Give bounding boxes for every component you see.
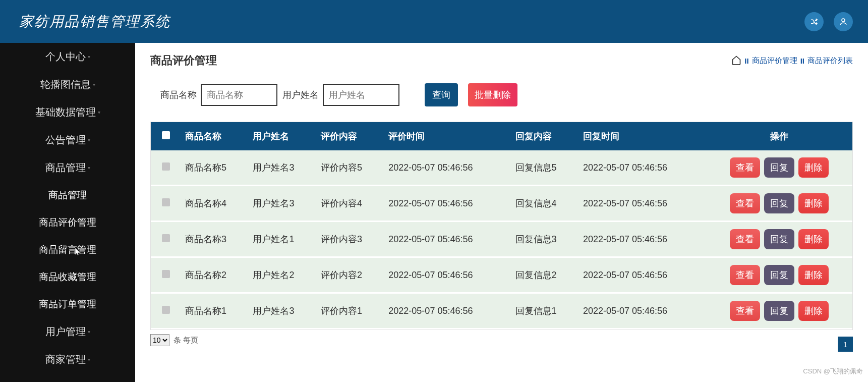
cell-reply-time: 2022-05-07 05:46:56 <box>579 186 706 222</box>
cell-reply-time: 2022-05-07 05:46:56 <box>579 293 706 329</box>
page-number[interactable]: 1 <box>838 337 853 352</box>
cell-reply: 回复信息5 <box>511 150 579 186</box>
header: 家纺用品销售管理系统 <box>0 0 868 43</box>
sidebar-item-label: 商品订单管理 <box>39 298 96 311</box>
th-user: 用户姓名 <box>249 122 316 150</box>
cell-user: 用户姓名1 <box>249 222 316 257</box>
cell-content: 评价内容2 <box>317 257 384 293</box>
sidebar-item-label: 商品评价管理 <box>39 216 96 229</box>
sidebar-item-8[interactable]: 商品收藏管理 <box>0 263 135 291</box>
delete-button[interactable]: 删除 <box>798 301 829 321</box>
reply-button[interactable]: 回复 <box>764 301 794 321</box>
reply-button[interactable]: 回复 <box>764 157 794 178</box>
th-action: 操作 <box>706 122 852 150</box>
cell-reply-time: 2022-05-07 05:46:56 <box>579 150 706 186</box>
delete-button[interactable]: 删除 <box>798 229 829 249</box>
view-button[interactable]: 查看 <box>730 265 760 285</box>
view-button[interactable]: 查看 <box>730 157 760 178</box>
home-icon[interactable] <box>731 55 741 67</box>
cell-content: 评价内容3 <box>317 222 384 257</box>
th-product: 商品名称 <box>181 122 249 150</box>
sidebar-item-0[interactable]: 个人中心▾ <box>0 43 135 71</box>
shuffle-icon[interactable] <box>804 12 824 31</box>
cell-content: 评价内容4 <box>317 186 384 222</box>
sidebar-item-label: 商品管理 <box>48 189 87 202</box>
view-button[interactable]: 查看 <box>730 193 760 213</box>
query-button[interactable]: 查询 <box>425 83 458 106</box>
reply-button[interactable]: 回复 <box>764 265 794 285</box>
sidebar-item-label: 轮播图信息 <box>40 78 91 91</box>
cell-product: 商品名称1 <box>181 293 249 329</box>
sidebar-item-11[interactable]: 商家管理▾ <box>0 346 135 373</box>
header-actions <box>804 12 853 31</box>
page-title: 商品评价管理 <box>150 53 217 68</box>
user-icon[interactable] <box>834 12 853 31</box>
cell-review-time: 2022-05-07 05:46:56 <box>384 293 511 329</box>
product-name-input[interactable] <box>201 84 277 106</box>
row-checkbox[interactable] <box>162 270 170 278</box>
row-checkbox[interactable] <box>162 234 170 242</box>
breadcrumb-sep: II <box>744 57 748 65</box>
cell-product: 商品名称4 <box>181 186 249 222</box>
th-review-time: 评价时间 <box>384 122 511 150</box>
row-checkbox[interactable] <box>162 306 170 314</box>
cursor-icon <box>75 247 82 258</box>
sidebar-item-10[interactable]: 用户管理▾ <box>0 318 135 346</box>
reply-button[interactable]: 回复 <box>764 193 794 213</box>
table-row: 商品名称3用户姓名1评价内容32022-05-07 05:46:56回复信息32… <box>151 222 852 257</box>
chevron-down-icon: ▾ <box>88 357 90 362</box>
row-checkbox[interactable] <box>162 198 170 206</box>
sidebar-item-9[interactable]: 商品订单管理 <box>0 291 135 318</box>
cell-content: 评价内容1 <box>317 293 384 329</box>
cell-review-time: 2022-05-07 05:46:56 <box>384 150 511 186</box>
chevron-down-icon: ▾ <box>88 165 90 171</box>
sidebar-item-label: 商品收藏管理 <box>39 270 96 284</box>
cell-product: 商品名称2 <box>181 257 249 293</box>
cell-reply: 回复信息3 <box>511 222 579 257</box>
th-reply-time: 回复时间 <box>579 122 706 150</box>
table-wrap: 商品名称 用户姓名 评价内容 评价时间 回复内容 回复时间 操作 商品名称5用户… <box>150 122 853 330</box>
cell-review-time: 2022-05-07 05:46:56 <box>384 222 511 257</box>
chevron-down-icon: ▾ <box>88 329 90 335</box>
sidebar-item-4[interactable]: 商品管理▾ <box>0 154 135 182</box>
table-row: 商品名称5用户姓名3评价内容52022-05-07 05:46:56回复信息52… <box>151 150 852 186</box>
sidebar-item-1[interactable]: 轮播图信息▾ <box>0 71 135 98</box>
delete-button[interactable]: 删除 <box>798 157 829 178</box>
table-row: 商品名称4用户姓名3评价内容42022-05-07 05:46:56回复信息42… <box>151 186 852 222</box>
cell-reply: 回复信息4 <box>511 186 579 222</box>
chevron-down-icon: ▾ <box>93 82 95 87</box>
table-header-row: 商品名称 用户姓名 评价内容 评价时间 回复内容 回复时间 操作 <box>151 122 852 150</box>
sidebar-item-label: 基础数据管理 <box>35 105 96 119</box>
sidebar-item-6[interactable]: 商品评价管理 <box>0 209 135 236</box>
select-all-checkbox[interactable] <box>162 131 170 139</box>
view-button[interactable]: 查看 <box>730 229 760 249</box>
sidebar-item-3[interactable]: 公告管理▾ <box>0 126 135 154</box>
sidebar-item-5[interactable]: 商品管理 <box>0 182 135 209</box>
sidebar-item-label: 商品管理 <box>45 161 86 175</box>
sidebar-item-label: 个人中心 <box>45 50 86 64</box>
cell-product: 商品名称5 <box>181 150 249 186</box>
breadcrumb-a[interactable]: 商品评价管理 <box>752 56 797 66</box>
delete-button[interactable]: 删除 <box>798 265 829 285</box>
page-head: 商品评价管理 II 商品评价管理 II 商品评价列表 <box>150 53 853 68</box>
table-row: 商品名称2用户姓名2评价内容22022-05-07 05:46:56回复信息22… <box>151 257 852 293</box>
sidebar-item-label: 商品留言管理 <box>39 243 96 256</box>
user-name-input[interactable] <box>323 84 399 106</box>
batch-delete-button[interactable]: 批量删除 <box>468 83 517 106</box>
view-button[interactable]: 查看 <box>730 301 760 321</box>
cell-user: 用户姓名3 <box>249 186 316 222</box>
sidebar-item-7[interactable]: 商品留言管理 <box>0 236 135 263</box>
sidebar-item-2[interactable]: 基础数据管理▾ <box>0 98 135 126</box>
breadcrumb-b[interactable]: 商品评价列表 <box>807 56 853 66</box>
search-label-product: 商品名称 <box>160 89 197 101</box>
reply-button[interactable]: 回复 <box>764 229 794 249</box>
pager: 10 条 每页 <box>150 334 853 346</box>
cell-reply: 回复信息1 <box>511 293 579 329</box>
row-checkbox[interactable] <box>162 162 170 171</box>
page-size-select[interactable]: 10 <box>150 334 169 346</box>
cell-reply-time: 2022-05-07 05:46:56 <box>579 222 706 257</box>
cell-user: 用户姓名2 <box>249 257 316 293</box>
cell-product: 商品名称3 <box>181 222 249 257</box>
delete-button[interactable]: 删除 <box>798 193 829 213</box>
chevron-down-icon: ▾ <box>88 54 90 60</box>
